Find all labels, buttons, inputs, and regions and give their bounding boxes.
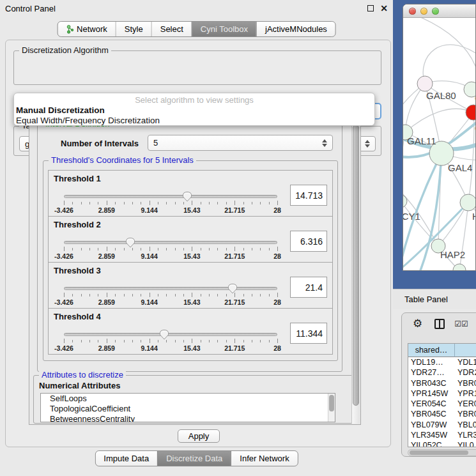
slider-ticks [64, 201, 277, 206]
node-label: GA [475, 93, 475, 104]
control-panel-content: Discretization Algorithm Select algorith… [5, 40, 391, 447]
tab-discretize-data[interactable]: Discretize Data [157, 451, 231, 466]
zoom-window-icon[interactable] [432, 8, 439, 15]
network-edge[interactable] [406, 18, 475, 69]
cyni-mode-tab-bar: Impute DataDiscretize DataInfer Network [95, 450, 298, 466]
close-window-icon[interactable] [409, 8, 416, 15]
scale-tick-label: 21.715 [224, 344, 245, 352]
slider-track[interactable] [64, 241, 277, 244]
attribute-list-item[interactable]: TopologicalCoefficient [41, 404, 335, 414]
threshold-value-field[interactable]: 6.316 [290, 231, 327, 252]
network-edge[interactable] [459, 203, 468, 270]
tab-impute-data[interactable]: Impute Data [95, 451, 157, 466]
table-horizontal-scrollbar[interactable] [408, 449, 476, 456]
dropdown-option-manual-discretization[interactable]: Manual Discretization [14, 105, 374, 116]
scale-tick-label: 2.859 [98, 206, 115, 214]
right-area: GAL80GACGAL11GAL4GCY1HHAP2 Table Panel ⚙… [393, 0, 476, 476]
minimize-window-icon[interactable] [420, 8, 427, 15]
threshold-slider[interactable]: -3.4262.8599.14415.4321.71528 [64, 190, 277, 215]
settings-vertical-scrollbar[interactable] [351, 121, 360, 424]
threshold-value-field[interactable]: 11.344 [290, 323, 327, 344]
table-cell: YLR3 [455, 430, 476, 440]
network-edge[interactable] [405, 109, 473, 132]
table-row[interactable]: YDR27…YDR2 [408, 367, 476, 378]
scale-tick-label: 15.43 [183, 298, 200, 306]
scale-tick-label: 9.144 [141, 206, 157, 214]
combo-stepper-icon [322, 139, 327, 147]
scale-tick-label: 28 [273, 298, 281, 306]
number-of-intervals-label: Number of Intervals [61, 139, 139, 148]
attribute-list-scrollbar[interactable] [328, 394, 335, 422]
scale-tick-label: 2.859 [98, 344, 115, 352]
table-cell: YPR145W [408, 388, 455, 399]
slider-track[interactable] [64, 195, 277, 198]
table-row[interactable]: YLR345WYLR3 [408, 430, 476, 440]
slider-track[interactable] [64, 333, 277, 336]
table-cell: YLR345W [408, 430, 455, 440]
threshold-value-field[interactable]: 21.4 [290, 277, 327, 298]
tab-label: Infer Network [240, 454, 289, 463]
slider-ticks [64, 339, 277, 344]
close-panel-icon[interactable]: ✕ [380, 5, 388, 12]
table-row[interactable]: YPR145WYPR1 [408, 388, 476, 399]
table-column-header[interactable]: na [455, 344, 476, 357]
gear-icon[interactable]: ⚙ [413, 318, 422, 330]
scale-tick-label: 9.144 [141, 252, 157, 260]
discretization-algorithm-group: Discretization Algorithm [13, 50, 381, 85]
tab-label: Impute Data [104, 454, 149, 463]
number-of-intervals-combo[interactable]: 5 [148, 135, 333, 151]
numerical-attributes-list: SelfLoopsTopologicalCoefficientBetweenne… [40, 393, 335, 422]
tab-jactivemnodules[interactable]: jActiveMNodules [256, 22, 335, 36]
network-canvas[interactable]: GAL80GACGAL11GAL4GCY1HHAP2 [403, 18, 475, 270]
network-node[interactable] [464, 82, 475, 97]
columns-icon[interactable] [434, 319, 445, 329]
threshold-row-1: Threshold 1-3.4262.8599.14415.4321.71528… [48, 170, 333, 217]
apply-button[interactable]: Apply [178, 429, 220, 443]
tab-select[interactable]: Select [151, 22, 192, 36]
network-edge[interactable] [403, 132, 405, 201]
threshold-value-field[interactable]: 14.713 [290, 185, 327, 206]
threshold-row-2: Threshold 2-3.4262.8599.14415.4321.71528… [48, 216, 333, 263]
table-row[interactable]: YBL079WYBL0 [408, 420, 476, 430]
dropdown-placeholder: Select algorithm to view settings [14, 95, 374, 105]
node-label: GAL4 [448, 162, 472, 173]
network-node[interactable] [460, 194, 475, 211]
group-title-attributes: Attributes to discretize [39, 370, 126, 380]
network-node[interactable] [403, 195, 407, 208]
network-node[interactable] [466, 105, 475, 120]
table-row[interactable]: YBR045CYBR0 [408, 409, 476, 419]
dropdown-option-equal-width[interactable]: Equal Width/Frequency Discretization [14, 116, 374, 126]
attributes-group: Attributes to discretize Numerical Attri… [33, 375, 357, 424]
tab-style[interactable]: Style [116, 22, 151, 36]
table-row[interactable]: YER054CYER0 [408, 399, 476, 409]
table-cell: YER0 [455, 399, 476, 409]
threshold-slider[interactable]: -3.4262.8599.14415.4321.71528 [64, 328, 277, 353]
threshold-slider[interactable]: -3.4262.8599.14415.4321.71528 [64, 236, 277, 261]
table-panel: ⚙ ☑☑ shared…naYDL19…YDL1YDR27…YDR2YBR043… [401, 312, 476, 457]
tab-infer-network[interactable]: Infer Network [231, 451, 297, 466]
threshold-label: Threshold 3 [54, 266, 101, 275]
tab-network[interactable]: Network [58, 22, 116, 36]
network-edge[interactable] [423, 45, 475, 84]
control-panel-titlebar: Control Panel ✕ [0, 0, 393, 17]
select-columns-icon[interactable]: ☑☑ [454, 319, 468, 328]
network-node[interactable] [417, 76, 433, 91]
scale-tick-label: -3.426 [54, 298, 73, 306]
tab-cyni-toolbox[interactable]: Cyni Toolbox [192, 22, 256, 36]
table-row[interactable]: YBR043CYBR0 [408, 378, 476, 388]
table-column-header[interactable]: shared… [408, 344, 455, 357]
threshold-slider[interactable]: -3.4262.8599.14415.4321.71528 [64, 282, 277, 307]
table-row[interactable]: YIL052CYIL0 [408, 440, 476, 447]
attribute-list-item[interactable]: BetweennessCentrality [41, 414, 335, 422]
table-row[interactable]: YDL19…YDL1 [408, 357, 476, 367]
scale-tick-label: 21.715 [224, 206, 245, 214]
slider-track[interactable] [64, 287, 277, 290]
attribute-list-item[interactable]: SelfLoops [41, 394, 335, 404]
scale-tick-label: -3.426 [54, 344, 73, 352]
float-panel-icon[interactable] [367, 5, 374, 12]
scale-tick-label: 15.43 [183, 344, 200, 352]
table-panel-header: Table Panel [393, 289, 476, 309]
number-of-intervals-value: 5 [153, 138, 158, 148]
node-label: C [475, 123, 475, 134]
network-node[interactable] [453, 264, 466, 270]
